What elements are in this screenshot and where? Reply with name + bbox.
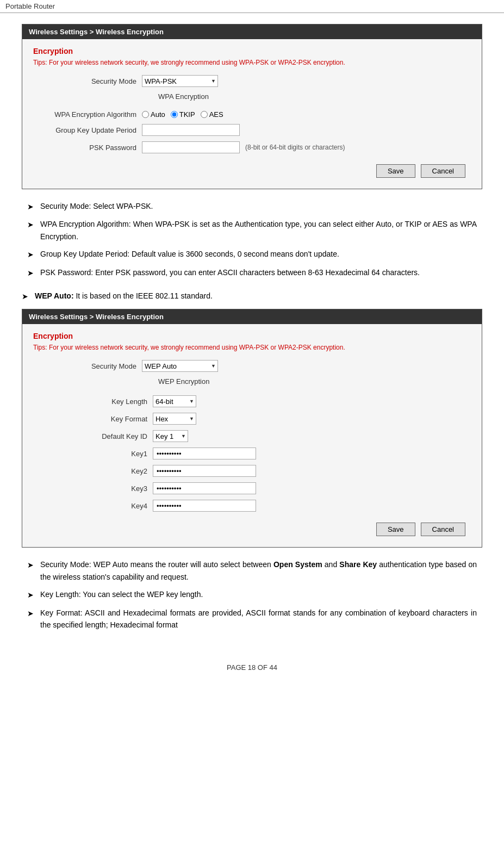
radio-aes-label[interactable]: AES [201,110,223,119]
psk-password-input[interactable] [142,141,240,153]
key2-row: Key2 ********** [33,465,471,477]
panel2-cancel-button[interactable]: Cancel [421,523,465,536]
bullet2-text-3: Key Format: ASCII and Hexadecimal format… [40,607,477,631]
panel1-save-button[interactable]: Save [376,164,415,178]
bullet-arrow-3: ➤ [27,248,40,260]
radio-tkip[interactable] [171,111,178,118]
radio-aes[interactable] [201,111,208,118]
p2-security-mode-label: Security Mode [33,362,142,370]
default-key-id-row: Default Key ID Key 1 [33,430,471,442]
wpa-algorithm-row: WPA Encryption Algorithm Auto TKIP AES [33,110,471,119]
p2-security-mode-select[interactable]: WEP Auto [142,360,218,372]
panel1-header: Wireless Settings > Wireless Encryption [22,24,482,39]
key-length-label: Key Length [33,397,153,406]
panel2-header: Wireless Settings > Wireless Encryption [22,309,482,324]
wep-auto-heading: ➤ WEP Auto: It is based on the IEEE 802.… [22,290,482,302]
radio-aes-text: AES [209,110,223,119]
panel2-encryption-label: Encryption [33,332,471,340]
psk-password-row: PSK Password (8-bit or 64-bit digits or … [33,141,471,153]
key1-label: Key1 [33,450,153,458]
key3-label: Key3 [33,484,153,493]
bullet2-arrow-2: ➤ [27,588,40,601]
key-length-row: Key Length 64-bit [33,395,471,407]
wpa-algorithm-label: WPA Encryption Algorithm [33,110,142,119]
radio-tkip-text: TKIP [179,110,195,119]
panel2-save-button[interactable]: Save [376,523,415,536]
psk-note: (8-bit or 64-bit digits or characters) [245,144,345,151]
group-key-input[interactable]: 3600 [142,124,240,136]
default-key-id-select[interactable]: Key 1 [153,430,188,442]
footer-text: PAGE 18 OF 44 [227,663,277,672]
key4-row: Key4 ********** [33,500,471,512]
open-system-bold: Open System [273,560,322,569]
p2-wep-encryption-row: WEP Encryption [33,377,471,390]
wep-auto-text: WEP Auto: It is based on the IEEE 802.11… [35,290,482,302]
radio-tkip-label[interactable]: TKIP [171,110,195,119]
panel1-wireless-settings: Wireless Settings > Wireless Encryption … [22,24,482,189]
page-footer: PAGE 18 OF 44 [0,653,504,682]
p2-security-mode-select-wrap: WEP Auto [142,360,218,372]
panel1-encryption-label: Encryption [33,47,471,55]
bullet2-item-3: ➤ Key Format: ASCII and Hexadecimal form… [27,607,477,631]
security-mode-select[interactable]: WPA-PSK [142,75,218,87]
page-content: Wireless Settings > Wireless Encryption … [0,13,504,653]
security-mode-label: Security Mode [33,77,142,85]
security-mode-select-wrap: WPA-PSK [142,75,218,87]
page-header: Portable Router [0,0,504,13]
security-mode-row: Security Mode WPA-PSK [33,75,471,87]
p2-wep-section: WEP Encryption [158,377,209,386]
panel1-cancel-button[interactable]: Cancel [421,164,465,178]
wpa-encryption-section: WPA Encryption [158,92,209,101]
panel1-body: Encryption Tips: For your wireless netwo… [22,39,482,189]
bullet-text-4: PSK Password: Enter PSK password, you ca… [40,266,477,278]
wep-auto-rest: It is based on the IEEE 802.11 standard. [74,291,213,300]
radio-auto-text: Auto [151,110,165,119]
bullet-item-1: ➤ Security Mode: Select WPA-PSK. [27,200,477,213]
panel1-buttons: Save Cancel [33,159,471,181]
wep-bullet-arrow: ➤ [22,290,35,302]
bullet2-arrow-3: ➤ [27,607,40,619]
bullet-text-3: Group Key Update Period: Default value i… [40,248,477,260]
radio-auto[interactable] [142,111,149,118]
key1-input[interactable]: ********** [153,448,256,459]
key1-row: Key1 ********** [33,448,471,459]
p2-security-mode-row: Security Mode WEP Auto [33,360,471,372]
default-key-id-label: Default Key ID [33,432,153,440]
bullet2-item-1: ➤ Security Mode: WEP Auto means the rout… [27,558,477,583]
key2-label: Key2 [33,467,153,475]
wpa-encryption-row: WPA Encryption [33,92,471,105]
bullet2-text-2: Key Length: You can select the WEP key l… [40,588,477,600]
group-key-row: Group Key Update Period 3600 [33,124,471,136]
bullet2-item-2: ➤ Key Length: You can select the WEP key… [27,588,477,601]
group-key-label: Group Key Update Period [33,126,142,134]
bullet-arrow-4: ➤ [27,266,40,279]
key-format-label: Key Format [33,415,153,423]
panel2-title: Wireless Settings > Wireless Encryption [29,313,164,321]
key-length-select[interactable]: 64-bit [153,395,196,407]
bullet-arrow-2: ➤ [27,218,40,231]
header-title: Portable Router [5,2,55,10]
bullet-item-2: ➤ WPA Encryption Algorithm: When WPA-PSK… [27,218,477,243]
radio-auto-label[interactable]: Auto [142,110,165,119]
key4-label: Key4 [33,502,153,510]
key2-input[interactable]: ********** [153,465,256,477]
bullet-item-4: ➤ PSK Password: Enter PSK password, you … [27,266,477,279]
bullet2-text-1: Security Mode: WEP Auto means the router… [40,558,477,583]
wpa-algorithm-radios: Auto TKIP AES [142,110,223,119]
panel2-tip: Tips: For your wireless network security… [33,343,471,352]
bullet-item-3: ➤ Group Key Update Period: Default value… [27,248,477,260]
share-key-bold: Share Key [339,560,377,569]
bullet-text-2: WPA Encryption Algorithm: When WPA-PSK i… [40,218,477,243]
wep-auto-bold: WEP Auto: [35,291,74,300]
key3-input[interactable]: ********** [153,482,256,494]
key-format-row: Key Format Hex [33,413,471,425]
bullet-text-1: Security Mode: Select WPA-PSK. [40,200,477,212]
panel2-wireless-settings: Wireless Settings > Wireless Encryption … [22,309,482,548]
key-format-select-wrap: Hex [153,413,196,425]
panel2-body: Encryption Tips: For your wireless netwo… [22,324,482,547]
key-format-select[interactable]: Hex [153,413,196,425]
panel1-tip: Tips: For your wireless network security… [33,58,471,67]
psk-password-label: PSK Password [33,144,142,152]
bullet2-arrow-1: ➤ [27,558,40,571]
key4-input[interactable]: ********** [153,500,256,512]
